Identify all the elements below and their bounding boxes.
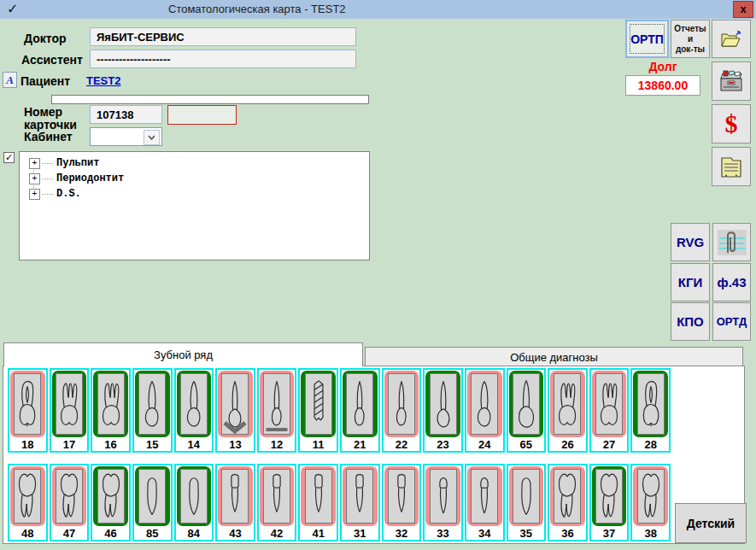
tooth-status-frame: [343, 466, 378, 526]
tooth-number: 16: [92, 438, 129, 451]
tooth-35[interactable]: 35: [507, 464, 547, 541]
tooth-36[interactable]: 36: [548, 464, 588, 541]
tooth-23[interactable]: 23: [423, 368, 463, 453]
tooth-26[interactable]: 26: [548, 368, 588, 453]
diagnosis-tree[interactable]: + Пульпит + Периодонтит + D.S.: [19, 151, 370, 260]
tooth-number: 23: [425, 438, 461, 451]
card-index-icon: [718, 68, 744, 94]
tooth-status-frame: [592, 371, 627, 437]
tab-general-diagnoses[interactable]: Общие диагнозы: [365, 347, 743, 366]
tree-item-periodontit[interactable]: + Периодонтит: [29, 172, 369, 185]
expand-icon[interactable]: +: [29, 189, 40, 200]
tooth-drawing: [305, 373, 332, 435]
bar-mark-icon: [267, 428, 288, 431]
teeth-panel: 18171615141312112122232465262728 4847468…: [3, 366, 745, 544]
tooth-24[interactable]: 24: [465, 368, 505, 453]
expand-icon[interactable]: +: [29, 173, 40, 184]
tooth-33[interactable]: 33: [423, 464, 463, 541]
alert-field[interactable]: [167, 105, 237, 125]
tooth-15[interactable]: 15: [132, 368, 173, 453]
tooth-84[interactable]: 84: [174, 464, 214, 541]
tooth-drawing: [97, 373, 125, 435]
tooth-65[interactable]: 65: [507, 368, 547, 453]
tooth-number: 11: [300, 438, 337, 451]
tooth-37[interactable]: 37: [589, 464, 630, 541]
attachment-button[interactable]: [712, 223, 751, 261]
close-button[interactable]: x: [733, 1, 753, 18]
cabinet-select[interactable]: [90, 127, 162, 146]
tooth-drawing: [305, 469, 332, 524]
tooth-43[interactable]: 43: [215, 464, 255, 541]
open-folder-button[interactable]: [712, 20, 751, 58]
tooth-28[interactable]: 28: [630, 368, 671, 453]
tooth-27[interactable]: 27: [589, 368, 630, 453]
tooth-17[interactable]: 17: [50, 368, 90, 453]
tooth-number: 85: [134, 527, 171, 540]
search-input[interactable]: [51, 95, 369, 104]
tooth-status-frame: [260, 466, 295, 526]
ortp-button[interactable]: ОРТП: [625, 20, 669, 58]
tooth-48[interactable]: 48: [8, 464, 48, 541]
tooth-32[interactable]: 32: [382, 464, 422, 541]
documents-button[interactable]: [712, 147, 751, 186]
card-number-field[interactable]: 107138: [90, 105, 162, 124]
tooth-status-frame: [509, 371, 544, 437]
tree-item-pulpit[interactable]: + Пульпит: [29, 156, 369, 170]
teeth-row-lower: 48474685844342413132333435363738: [8, 464, 671, 541]
diagnosis-checkbox[interactable]: ✓: [3, 152, 15, 163]
tooth-drawing: [14, 373, 41, 435]
tooth-status-frame: [218, 466, 253, 526]
tooth-12[interactable]: 12: [257, 368, 297, 453]
tooth-42[interactable]: 42: [257, 464, 297, 541]
tooth-status-frame: [301, 371, 336, 437]
tooth-41[interactable]: 41: [298, 464, 338, 541]
tree-item-ds[interactable]: + D.S.: [29, 187, 369, 201]
tooth-status-frame: [135, 371, 170, 437]
a-button[interactable]: A: [3, 72, 17, 88]
patient-link[interactable]: TEST2: [86, 74, 120, 87]
tab-tooth-row[interactable]: Зубной ряд: [3, 342, 363, 366]
tooth-drawing: [14, 469, 41, 524]
f43-button[interactable]: ф.43: [712, 263, 751, 301]
chevron-down-icon[interactable]: [144, 130, 160, 145]
tooth-46[interactable]: 46: [91, 464, 131, 541]
tooth-status-frame: [135, 466, 170, 526]
child-mode-button[interactable]: Детский: [675, 503, 747, 543]
ortd-button[interactable]: ОРТД: [712, 302, 751, 341]
tooth-18[interactable]: 18: [8, 368, 48, 453]
tooth-47[interactable]: 47: [50, 464, 90, 541]
tooth-14[interactable]: 14: [174, 368, 214, 453]
doctor-label: Доктор: [24, 32, 66, 45]
tooth-status-frame: [93, 371, 128, 437]
doctor-field[interactable]: ЯяБИТ-СЕРВИС: [90, 27, 356, 46]
tooth-number: 13: [217, 438, 254, 451]
tooth-drawing: [263, 469, 290, 524]
assistant-field[interactable]: --------------------: [90, 50, 356, 68]
tooth-drawing: [595, 373, 623, 435]
expand-icon[interactable]: +: [29, 158, 40, 169]
window-title: Стоматологическая карта - TEST2: [168, 3, 346, 15]
kgi-button[interactable]: КГИ: [671, 263, 710, 301]
card-index-button[interactable]: [712, 61, 751, 101]
tooth-11[interactable]: 11: [298, 368, 338, 453]
tree-item-label: Пульпит: [56, 157, 99, 169]
tooth-31[interactable]: 31: [340, 464, 380, 541]
tooth-34[interactable]: 34: [465, 464, 505, 541]
kpo-button[interactable]: КПО: [671, 302, 710, 341]
tooth-21[interactable]: 21: [340, 368, 380, 453]
tooth-status-frame: [425, 371, 460, 437]
tooth-22[interactable]: 22: [382, 368, 422, 453]
rvg-button[interactable]: RVG: [671, 223, 710, 261]
tree-item-label: Периодонтит: [56, 173, 124, 184]
reports-button[interactable]: Отчеты идок-ты: [671, 20, 710, 58]
tooth-drawing: [513, 469, 540, 524]
tooth-85[interactable]: 85: [132, 464, 173, 541]
tooth-38[interactable]: 38: [630, 464, 671, 541]
tooth-16[interactable]: 16: [91, 368, 131, 453]
window-check-icon: ✓: [7, 1, 18, 17]
tooth-number: 14: [176, 438, 213, 451]
payment-button[interactable]: $: [712, 104, 751, 143]
tooth-13[interactable]: 13: [215, 368, 255, 453]
card-number-label: Номер карточки: [24, 106, 84, 132]
tooth-status-frame: [509, 466, 544, 526]
